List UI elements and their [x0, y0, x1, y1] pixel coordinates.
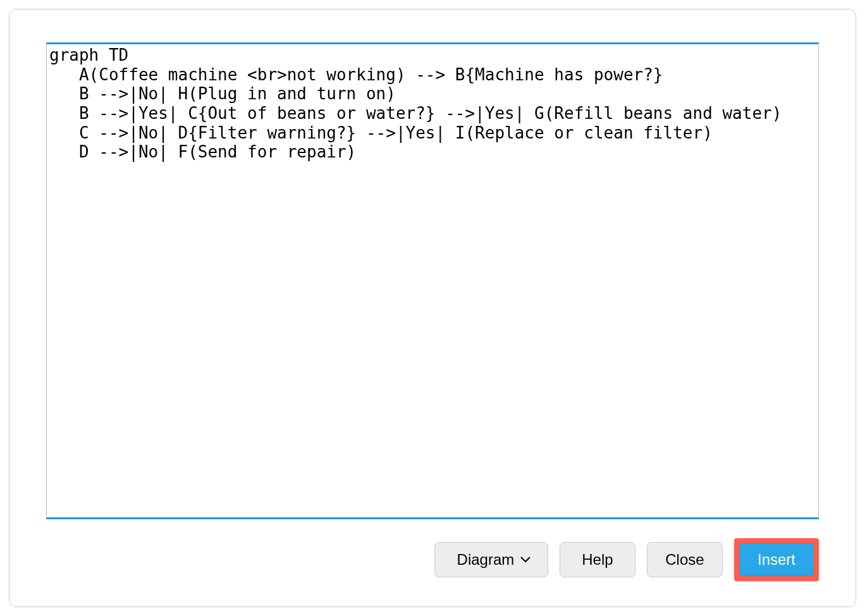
help-button-label: Help: [582, 551, 613, 569]
diagram-type-dropdown[interactable]: Diagram: [434, 542, 548, 577]
close-button-label: Close: [665, 551, 704, 569]
insert-button-highlight: Insert: [734, 538, 819, 581]
chevron-down-icon: [520, 557, 531, 563]
dialog-button-row: Diagram Help Close Insert: [46, 538, 819, 581]
diagram-dropdown-label: Diagram: [457, 551, 515, 569]
insert-button[interactable]: Insert: [739, 543, 814, 576]
insert-button-label: Insert: [758, 551, 795, 569]
close-button[interactable]: Close: [647, 542, 723, 577]
mermaid-code-input[interactable]: [46, 42, 819, 519]
mermaid-insert-dialog: Diagram Help Close Insert: [9, 9, 856, 607]
help-button[interactable]: Help: [560, 542, 635, 577]
